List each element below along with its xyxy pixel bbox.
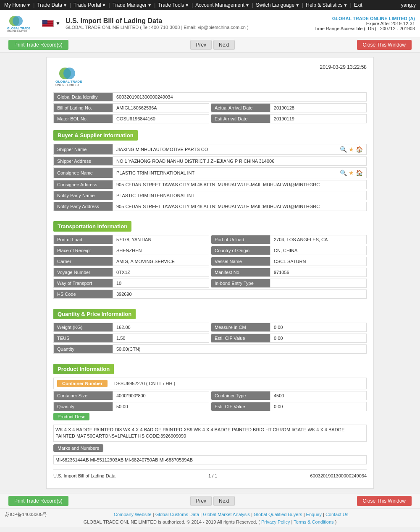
- print-button-bottom[interactable]: Print Trade Record(s): [8, 496, 68, 506]
- teus-label: TEUS: [54, 334, 113, 342]
- marks-numbers-area: Marks and Numbers: [53, 444, 367, 454]
- nav-trade-manager[interactable]: Trade Manager ▼: [113, 2, 152, 8]
- nav-account-management[interactable]: Account Management ▼: [195, 2, 249, 8]
- esti-arrival-row: Esti Arrival Date 20190119: [211, 114, 367, 123]
- svg-point-2: [13, 16, 23, 26]
- vessel-name-label: Vessel Name: [211, 257, 270, 266]
- prev-button-top[interactable]: Prev: [190, 40, 212, 50]
- switch-language-arrow: ▼: [295, 3, 299, 8]
- master-bol-esti-row: Mater BOL No. COSU6196844160 Esti Arriva…: [53, 114, 367, 123]
- consignee-name-label: Consignee Name: [54, 168, 113, 178]
- global-data-identity-value: 6003201901300000249034: [113, 93, 366, 101]
- nav-my-home[interactable]: My Home ▼: [4, 2, 31, 8]
- consignee-home-icon[interactable]: 🏠: [356, 170, 363, 176]
- consignee-name-row: Consignee Name PLASTIC TRIM INTERNATIONA…: [53, 167, 367, 178]
- doc-footer-left: U.S. Import Bill of Lading Data: [53, 473, 116, 478]
- svg-text:GLOBAL TRADE: GLOBAL TRADE: [55, 80, 82, 83]
- footer-terms-conditions[interactable]: Terms & Conditions: [294, 519, 333, 524]
- footer-contact-us[interactable]: Contact Us: [326, 512, 348, 517]
- trade-manager-arrow: ▼: [147, 3, 152, 8]
- bol-no-value: AMIGL180662536A: [113, 104, 209, 112]
- record-header: GLOBAL TRADE ONLINE LIMITED 2019-03-29 1…: [53, 64, 367, 87]
- username-display: yang.y: [401, 2, 416, 8]
- nav-switch-language[interactable]: Switch Language ▼: [256, 2, 299, 8]
- nav-trade-data[interactable]: Trade Data ▼: [37, 2, 67, 8]
- way-of-transport-label: Way of Transport: [54, 279, 113, 287]
- container-number-badge-wrapper: Container Number: [54, 378, 111, 389]
- container-size-label: Container Size: [54, 391, 113, 400]
- record-datetime: 2019-03-29 13:22:58: [320, 64, 367, 70]
- footer-global-qualified-buyers[interactable]: Global Qualified Buyers: [254, 512, 302, 517]
- container-type-label: Container Type: [211, 391, 270, 400]
- prev-button-bottom[interactable]: Prev: [190, 496, 212, 506]
- footer-company-website[interactable]: Company Website: [114, 512, 152, 517]
- footer-privacy-policy[interactable]: Privacy Policy: [261, 519, 290, 524]
- flag-dropdown-arrow[interactable]: ▼: [55, 21, 60, 26]
- print-button-top[interactable]: Print Trade Record(s): [8, 40, 68, 50]
- footer-global-customs-data[interactable]: Global Customs Data: [155, 512, 200, 517]
- page-title: U.S. Import Bill of Lading Data: [66, 17, 315, 25]
- trade-tools-arrow: ▼: [185, 3, 189, 8]
- in-bond-entry-label: In-bond Entry Type: [211, 279, 270, 287]
- consignee-search-icon[interactable]: 🔍: [340, 170, 347, 176]
- notify-party-name-row: Notify Party Name PLASTIC TRIM INTERNATI…: [53, 191, 367, 200]
- page-footer: 苏ICP备14033305号 Company Website | Global …: [0, 509, 420, 527]
- us-flag: [42, 20, 54, 27]
- place-of-receipt-row: Place of Receipt SHENZHEN: [53, 246, 209, 255]
- place-of-receipt-label: Place of Receipt: [54, 246, 113, 255]
- nav-trade-tools[interactable]: Trade Tools ▼: [158, 2, 189, 8]
- nav-help-statistics[interactable]: Help & Statistics ▼: [306, 2, 347, 8]
- shipper-search-icon[interactable]: 🔍: [340, 146, 347, 153]
- master-bol-label: Mater BOL No.: [54, 115, 113, 123]
- esti-cif-value: 0.00: [270, 334, 366, 342]
- product-information-header: Product Information: [53, 364, 114, 374]
- next-button-top[interactable]: Next: [213, 40, 235, 50]
- master-bol-row: Mater BOL No. COSU6196844160: [53, 114, 209, 123]
- doc-footer-center: 1 / 1: [208, 473, 217, 478]
- quantity-label: Quantity: [54, 345, 113, 353]
- weight-label: Weight (KG): [54, 323, 113, 331]
- consignee-star-icon[interactable]: ★: [349, 170, 354, 176]
- port-of-load-label: Port of Load: [54, 235, 113, 244]
- product-quantity-label: Quantity: [54, 402, 113, 411]
- footer-top-row: 苏ICP备14033305号 Company Website | Global …: [5, 511, 415, 518]
- weight-value: 162.00: [113, 323, 209, 331]
- my-home-arrow: ▼: [26, 3, 31, 8]
- product-desc-text: WK 4 X 4 BADGE PAINTED DI8 WK 4 X 4 BAD …: [53, 425, 367, 442]
- port-row: Port of Load 57078, YANTIAN Port of Unlo…: [53, 235, 367, 244]
- receipt-origin-row: Place of Receipt SHENZHEN Country of Ori…: [53, 246, 367, 255]
- bol-no-label: Bill of Lading No.: [54, 104, 113, 112]
- carrier-vessel-row: Carrier AMIG, A MOVING SERVICE Vessel Na…: [53, 257, 367, 266]
- container-size-value: 4000*900*800: [113, 391, 209, 400]
- esti-arrival-label: Esti Arrival Date: [211, 115, 270, 123]
- container-type-row: Container Type 4500: [211, 391, 367, 400]
- carrier-value: AMIG, A MOVING SERVICE: [113, 257, 209, 266]
- teus-value: 1.50: [113, 334, 209, 342]
- way-inbond-row: Way of Transport 10 In-bond Entry Type: [53, 279, 367, 288]
- bol-no-row: Bill of Lading No. AMIGL180662536A: [53, 103, 209, 112]
- close-button-bottom[interactable]: Close This Window: [357, 496, 412, 506]
- footer-global-market-analysis[interactable]: Global Market Analysis: [203, 512, 250, 517]
- help-statistics-arrow: ▼: [344, 3, 348, 8]
- product-esti-cif-label: Esti. CIF Value: [211, 402, 270, 411]
- svg-point-6: [63, 68, 75, 79]
- footer-enquiry[interactable]: Enquiry: [306, 512, 322, 517]
- shipper-home-icon[interactable]: 🏠: [356, 146, 363, 153]
- shipper-address-value: NO 1 YAZHONG ROAD NANHU DISTRICT J ZHEJI…: [113, 157, 366, 165]
- bottom-action-bar: Print Trade Record(s) Prev Next Close Th…: [0, 493, 420, 509]
- main-content: GLOBAL TRADE ONLINE LIMITED 2019-03-29 1…: [46, 57, 374, 489]
- quantity-price-section: Quantity & Price Information Weight (KG)…: [53, 304, 367, 354]
- nav-trade-portal[interactable]: Trade Portal ▼: [74, 2, 106, 8]
- weight-row: Weight (KG) 162.00: [53, 323, 209, 332]
- nav-exit[interactable]: Exit: [354, 2, 362, 8]
- close-button-top[interactable]: Close This Window: [357, 40, 412, 50]
- port-of-unload-value: 2704, LOS ANGELES, CA: [270, 235, 366, 244]
- document-footer: U.S. Import Bill of Lading Data 1 / 1 60…: [53, 469, 367, 482]
- place-of-receipt-value: SHENZHEN: [113, 246, 209, 255]
- global-data-identity-row: Global Data Identity 6003201901300000249…: [53, 92, 367, 102]
- top-action-bar: Print Trade Record(s) Prev Next Close Th…: [0, 37, 420, 53]
- next-button-bottom[interactable]: Next: [213, 496, 235, 506]
- esti-arrival-value: 20190119: [270, 115, 366, 123]
- shipper-name-row: Shipper Name JIAXING MINHUI AUTOMOTIVE P…: [53, 144, 367, 155]
- shipper-star-icon[interactable]: ★: [349, 146, 354, 153]
